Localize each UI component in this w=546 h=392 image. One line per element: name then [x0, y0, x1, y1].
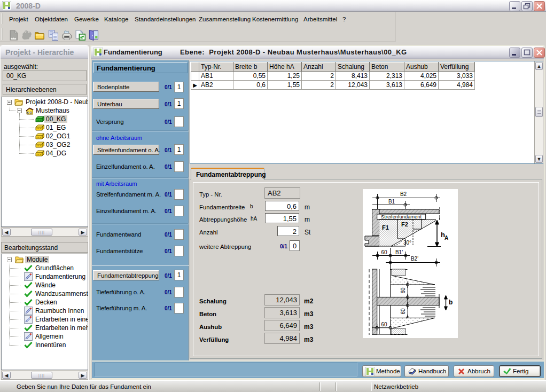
svg-text:60: 60 [381, 322, 387, 327]
svg-text:60: 60 [400, 287, 406, 294]
svg-text:60: 60 [400, 308, 406, 315]
svg-text:B2': B2' [411, 256, 418, 262]
svg-text:b: b [449, 299, 453, 306]
svg-text:Streifenfundament: Streifenfundament [381, 214, 422, 219]
svg-text:60: 60 [381, 249, 387, 255]
svg-text:A: A [444, 235, 448, 241]
svg-text:B1': B1' [395, 249, 403, 255]
svg-text:30°: 30° [403, 240, 411, 246]
svg-text:F2: F2 [401, 221, 408, 228]
svg-text:F1: F1 [382, 224, 389, 231]
svg-text:B1: B1 [388, 199, 395, 205]
svg-text:B2: B2 [400, 191, 407, 197]
